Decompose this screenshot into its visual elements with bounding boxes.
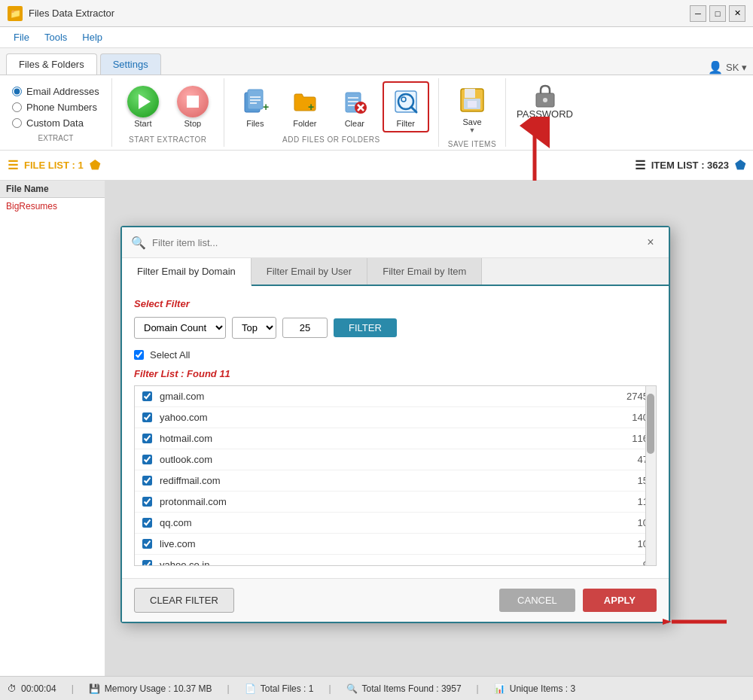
clear-filter-button[interactable]: CLEAR FILTER — [134, 588, 234, 613]
filter-apply-button[interactable]: FILTER — [334, 318, 397, 337]
qq-checkbox[interactable] — [142, 518, 152, 528]
minimize-button[interactable]: ─ — [690, 5, 706, 22]
extract-custom-label: Custom Data — [26, 117, 84, 129]
select-all-row: Select All — [134, 349, 657, 361]
item-list-label: ITEM LIST : 3623 — [651, 160, 729, 171]
hotmail-checkbox[interactable] — [142, 434, 152, 443]
filter-list-item[interactable]: hotmail.com 116 — [135, 428, 656, 449]
tab-files-folders[interactable]: Files & Folders — [6, 53, 97, 75]
files-label: Files — [246, 119, 264, 128]
dialog-close-button[interactable]: × — [642, 233, 660, 251]
window-controls: ─ □ ✕ — [690, 5, 745, 22]
yahoo-checkbox[interactable] — [142, 412, 152, 422]
filter-list-label: Filter List : Found 11 — [134, 368, 657, 379]
files-svg-icon: + — [242, 88, 269, 115]
user-badge[interactable]: 👤 SK ▾ — [708, 60, 747, 75]
yahoo-label: yahoo.com — [160, 412, 208, 423]
apply-button[interactable]: APPLY — [583, 589, 657, 612]
folder-icon: + — [289, 86, 321, 117]
select-all-label: Select All — [150, 349, 190, 361]
extract-custom-row: Custom Data — [12, 117, 99, 129]
filter-list-item[interactable]: yahoo.com 140 — [135, 407, 656, 428]
yahoo-co-in-checkbox[interactable] — [142, 560, 152, 566]
filter-svg-icon — [392, 88, 419, 115]
outlook-checkbox[interactable] — [142, 455, 152, 464]
extract-custom-radio[interactable] — [12, 118, 22, 128]
tab-filter-by-user[interactable]: Filter Email by User — [252, 258, 367, 285]
content-area: File Name BigResumes ...om ...oo.com 🔍 × — [0, 181, 753, 676]
status-time: ⏱ 00:00:04 — [8, 683, 56, 694]
tab-settings[interactable]: Settings — [100, 53, 161, 75]
rediffmail-checkbox[interactable] — [142, 476, 152, 485]
protonmail-checkbox[interactable] — [142, 497, 152, 507]
hotmail-label: hotmail.com — [160, 433, 212, 444]
file-list-item[interactable]: BigResumes — [0, 198, 105, 215]
files-button[interactable]: + Files — [233, 83, 277, 131]
dialog-body: Select Filter Domain Count Top FILTER Se… — [122, 286, 669, 578]
outlook-label: outlook.com — [160, 454, 212, 465]
unique-icon: 📊 — [494, 683, 505, 694]
extract-email-row: Email Addresses — [12, 86, 99, 97]
filter-list-item[interactable]: live.com 10 — [135, 534, 656, 555]
menu-bar: File Tools Help — [0, 27, 753, 48]
status-bar: ⏱ 00:00:04 | 💾 Memory Usage : 10.37 MB |… — [0, 676, 753, 700]
dialog-overlay: 🔍 × Filter Email by Domain Filter Email … — [105, 181, 753, 676]
file-name-header: File Name — [0, 181, 105, 198]
extract-email-radio[interactable] — [12, 87, 22, 96]
filter-list-item[interactable]: qq.com 10 — [135, 513, 656, 534]
status-items: 🔍 Total Items Found : 3957 — [346, 683, 462, 694]
svg-rect-21 — [468, 101, 477, 108]
start-button[interactable]: Start — [121, 83, 165, 131]
file-list-filter-icon: ⬟ — [90, 158, 100, 172]
stop-button[interactable]: Stop — [171, 83, 215, 131]
restore-button[interactable]: □ — [709, 5, 726, 22]
menu-tools[interactable]: Tools — [37, 30, 75, 44]
password-button[interactable]: PASSWORD — [505, 78, 584, 147]
extract-label: EXTRACT — [12, 134, 99, 142]
tab-filter-by-item[interactable]: Filter Email by Item — [367, 258, 482, 285]
start-circle-icon — [127, 86, 159, 117]
save-section-label: SAVE ITEMS — [448, 137, 496, 148]
filter-button[interactable]: Filter — [383, 81, 429, 132]
cancel-button[interactable]: CANCEL — [499, 589, 575, 612]
filter-list-item[interactable]: outlook.com 47 — [135, 449, 656, 470]
extract-phone-radio[interactable] — [12, 102, 22, 112]
item-list-filter-icon: ⬟ — [735, 158, 745, 172]
dialog-search-input[interactable] — [152, 237, 642, 248]
folder-button[interactable]: + Folder — [283, 83, 327, 131]
select-all-checkbox[interactable] — [134, 350, 144, 360]
status-memory: 💾 Memory Usage : 10.37 MB — [89, 683, 212, 694]
select-filter-label: Select Filter — [134, 298, 657, 309]
file-list-header-left: ☰ FILE LIST : 1 ⬟ — [8, 158, 635, 172]
save-button[interactable]: Save ▼ — [450, 81, 494, 137]
clear-button[interactable]: Clear — [333, 83, 376, 131]
app-icon: 📁 — [8, 6, 23, 21]
start-play-icon — [139, 94, 151, 109]
filter-list-item[interactable]: protonmail.com 11 — [135, 492, 656, 513]
extract-section: Email Addresses Phone Numbers Custom Dat… — [0, 78, 112, 147]
close-button[interactable]: ✕ — [729, 5, 745, 22]
filter-number-input[interactable] — [282, 318, 328, 338]
gmail-checkbox[interactable] — [142, 391, 152, 401]
filter-list-item[interactable]: gmail.com 2745 — [135, 386, 656, 407]
dialog-header: 🔍 × — [122, 227, 669, 258]
scrollbar-thumb[interactable] — [647, 394, 654, 454]
start-stop-section: Start Stop START EXTRACTOR — [112, 78, 224, 147]
clear-label: Clear — [345, 119, 364, 128]
svg-text:+: + — [263, 101, 269, 113]
menu-file[interactable]: File — [6, 30, 37, 44]
menu-help[interactable]: Help — [75, 30, 110, 44]
extract-phone-row: Phone Numbers — [12, 102, 99, 113]
status-files: 📄 Total Files : 1 — [245, 683, 314, 694]
live-checkbox[interactable] — [142, 539, 152, 549]
domain-count-select[interactable]: Domain Count — [134, 317, 226, 339]
filter-icon — [390, 86, 422, 117]
top-select[interactable]: Top — [232, 317, 276, 339]
dialog-search-icon: 🔍 — [131, 236, 146, 250]
scrollbar-track — [645, 386, 656, 565]
clock-icon: ⏱ — [8, 683, 17, 694]
stop-square-icon — [187, 96, 199, 108]
filter-list-item[interactable]: yahoo.co.in 9 — [135, 555, 656, 566]
filter-list-item[interactable]: rediffmail.com 15 — [135, 470, 656, 492]
tab-filter-by-domain[interactable]: Filter Email by Domain — [122, 258, 252, 286]
